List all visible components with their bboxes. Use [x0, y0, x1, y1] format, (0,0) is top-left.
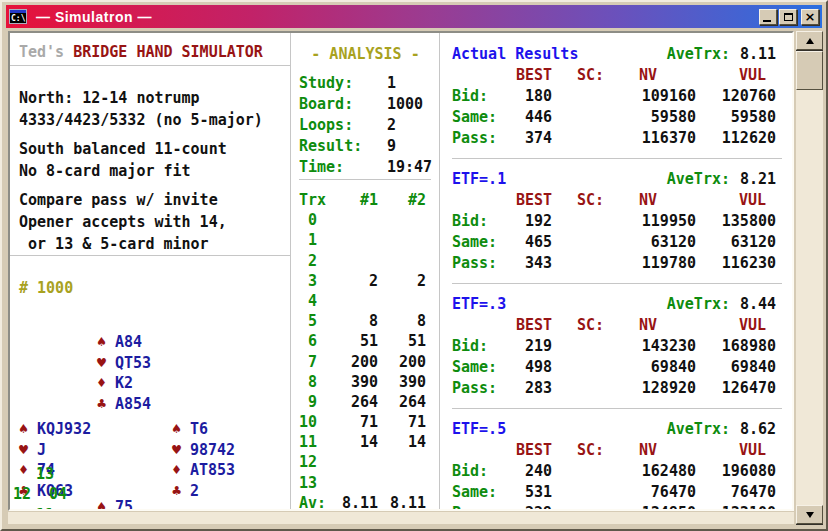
- trx-row-label: 2: [299, 251, 326, 271]
- trx-header-row: Trx #1 #2: [299, 190, 439, 210]
- header-score: SC:NV: [552, 190, 696, 211]
- header-nv: NV: [639, 315, 657, 336]
- header-sc: SC:: [577, 440, 604, 461]
- trx-count-1: [326, 251, 378, 271]
- vul-value: 59580: [696, 107, 776, 128]
- study-description: North: 12-14 notrump4333/4423/5332 (no 5…: [10, 66, 290, 255]
- best-value: 374: [508, 128, 552, 149]
- trx-row: 12: [299, 452, 439, 472]
- trx-row: 5 8 8: [299, 311, 439, 331]
- section-title-row: ETF=.1 AveTrx:8.21: [452, 169, 792, 190]
- cards-text: T6: [190, 420, 208, 438]
- trx-count-2: 14: [378, 432, 426, 452]
- trx-count-1: [326, 210, 378, 230]
- nv-value: 63120: [552, 232, 696, 253]
- trx-count-2: 8.11: [378, 493, 426, 509]
- result-row-bid: Bid: 192 119950 135800: [452, 211, 792, 232]
- hcp-north: 13: [36, 464, 54, 485]
- section-title: Actual Results: [452, 44, 578, 65]
- best-value: 283: [508, 378, 552, 399]
- ms-dos-icon-titlebar: [10, 10, 26, 13]
- best-value: 180: [508, 86, 552, 107]
- row-label: Bid:: [452, 461, 508, 482]
- description-line: Compare pass w/ invite: [19, 189, 290, 211]
- section-separator: [452, 399, 782, 419]
- result-row-pass: Pass: 374 116370 112620: [452, 128, 792, 149]
- scroll-down-button[interactable]: [796, 505, 823, 524]
- scrollbar-track[interactable]: [796, 90, 823, 505]
- trx-count-1: [326, 291, 378, 311]
- header-best: BEST: [508, 315, 552, 336]
- result-row-same: Same: 531 76470 76470: [452, 482, 792, 503]
- close-button[interactable]: ×: [801, 9, 819, 25]
- analysis-panel: - ANALYSIS - Study:1Board:1000Loops:2Res…: [290, 33, 439, 509]
- nv-value: 162480: [552, 461, 696, 482]
- trx-count-1: 200: [326, 352, 378, 372]
- vul-value: 112620: [696, 128, 776, 149]
- trx-count-2: 8: [378, 311, 426, 331]
- trx-row: Av: 8.11 8.11: [299, 493, 439, 509]
- trx-count-2: [378, 230, 426, 250]
- nv-value: 119950: [552, 211, 696, 232]
- result-row-pass: Pass: 343 119780 116230: [452, 253, 792, 274]
- cards-text: K2: [115, 374, 133, 392]
- trx-row-label: 1: [299, 230, 326, 250]
- horizontal-scrollbar-track[interactable]: [8, 512, 794, 524]
- header-spacer: [452, 440, 508, 461]
- vertical-scrollbar[interactable]: [796, 31, 823, 524]
- scroll-up-button[interactable]: [796, 31, 823, 50]
- results-header-row: BEST SC:NV VUL: [452, 190, 792, 211]
- trx-row: 0: [299, 210, 439, 230]
- window-controls: ×: [757, 9, 819, 25]
- row-label: Same:: [452, 232, 508, 253]
- nv-value: 116370: [552, 128, 696, 149]
- description-line: [19, 182, 290, 189]
- suit-line: ♥J: [19, 440, 109, 461]
- minimize-icon: [763, 20, 771, 22]
- section-separator: [452, 274, 782, 294]
- field-value: 1: [387, 73, 396, 94]
- analysis-field-row: Study:1: [299, 73, 439, 94]
- cards-text: A854: [115, 395, 151, 413]
- vul-value: 126470: [696, 378, 776, 399]
- result-row-same: Same: 498 69840 69840: [452, 357, 792, 378]
- down-arrow-icon: [806, 512, 814, 518]
- header-nv: NV: [639, 65, 657, 86]
- result-row-pass: Pass: 283 128920 126470: [452, 378, 792, 399]
- results-section: ETF=.3 AveTrx:8.44 BEST SC:NV VUL Bid: 2…: [452, 294, 792, 419]
- hcp-south: 11: [36, 505, 54, 510]
- avetrx: AveTrx:8.62: [667, 419, 776, 440]
- avetrx-label: AveTrx:: [667, 170, 730, 188]
- vul-value: 116230: [696, 253, 776, 274]
- section-title-row: ETF=.5 AveTrx:8.62: [452, 419, 792, 440]
- trx-count-2: [378, 473, 426, 493]
- vul-value: 69840: [696, 357, 776, 378]
- hcp-east: 04: [49, 484, 67, 505]
- title-bar[interactable]: C:\ — Simulatron — ×: [6, 5, 822, 28]
- separator: [299, 179, 431, 180]
- analysis-field-row: Board:1000: [299, 94, 439, 115]
- header-spacer: [452, 190, 508, 211]
- avetrx: AveTrx:8.44: [667, 294, 776, 315]
- cards-text: 98742: [190, 441, 235, 459]
- scrollbar-thumb[interactable]: [796, 51, 823, 90]
- trx-row: 2: [299, 251, 439, 271]
- trx-row: 10 71 71: [299, 412, 439, 432]
- trx-count-2: 390: [378, 372, 426, 392]
- trx-count-1: [326, 473, 378, 493]
- avetrx: AveTrx:8.21: [667, 169, 776, 190]
- vul-value: 63120: [696, 232, 776, 253]
- header-vul: VUL: [696, 65, 776, 86]
- header-sc: SC:: [577, 65, 604, 86]
- maximize-button[interactable]: [779, 9, 797, 25]
- avetrx-label: AveTrx:: [667, 45, 730, 63]
- suit-line: ♠KQJ932: [19, 419, 109, 440]
- field-label: Result:: [299, 136, 387, 157]
- trx-count-2: 200: [378, 352, 426, 372]
- minimize-button[interactable]: [759, 9, 777, 25]
- best-value: 531: [508, 482, 552, 503]
- cards-text: A84: [115, 333, 142, 351]
- nv-value: 59580: [552, 107, 696, 128]
- trx-row: 11 14 14: [299, 432, 439, 452]
- nv-value: 76470: [552, 482, 696, 503]
